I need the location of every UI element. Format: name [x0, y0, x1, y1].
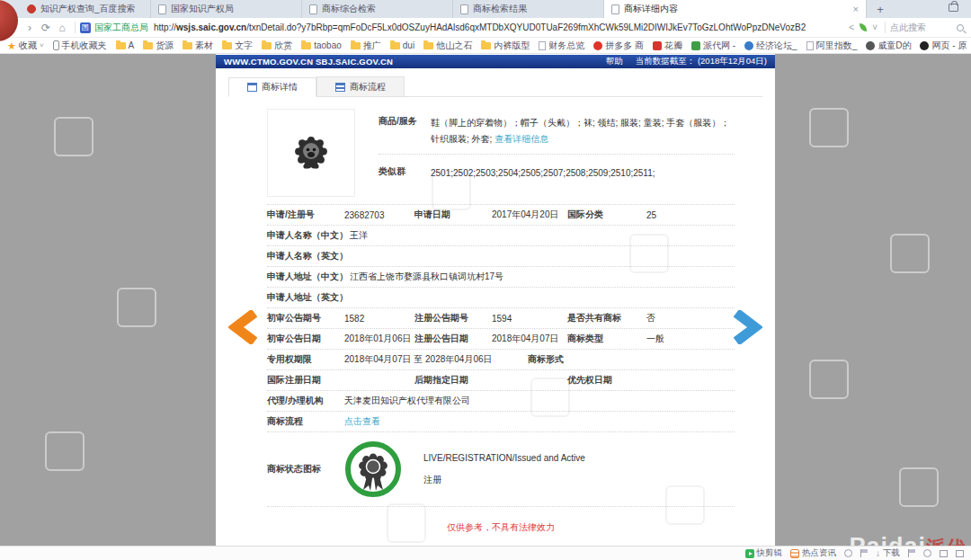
report-icon[interactable] — [908, 549, 915, 557]
status-line-en: LIVE/REGISTRATION/Issued and Active — [423, 453, 585, 463]
tab-trademark-detail-active[interactable]: 商标详细内容 × — [604, 0, 867, 18]
watermark-seal — [890, 234, 930, 273]
field-label: 申请人地址（英文） — [267, 291, 350, 304]
url-protocol: http:// — [154, 22, 176, 32]
table-row: 申请/注册号23682703 申请日期2017年04月20日 国际分类25 — [267, 205, 735, 226]
tab-trademark-details[interactable]: 商标详情 — [228, 77, 316, 97]
trademark-detail-page: WWW.CTMO.GOV.CN SBJ.SAIC.GOV.CN 帮助 当前数据截… — [216, 54, 775, 546]
field-value: 天津麦田知识产权代理有限公司 — [344, 395, 735, 407]
hot-news-tool[interactable]: 热点资讯 — [790, 547, 836, 559]
table-row: 国际注册日期 后期指定日期 优先权日期 — [267, 370, 735, 391]
url-field[interactable]: http://wsjs.saic.gov.cn/txnDetail.do?y7b… — [154, 22, 846, 32]
folder-icon — [481, 42, 491, 49]
forward-button[interactable]: › — [22, 22, 38, 34]
bookmark-folder-tuiguang[interactable]: 推广 — [351, 40, 381, 52]
field-value: 2018年04月07日 — [492, 333, 567, 345]
trademark-status-row: 商标状态图标 LIVE/R — [267, 432, 735, 507]
bookmark-weitong[interactable]: 威童D的 — [866, 40, 911, 52]
detail-content: 商品/服务 鞋（脚上的穿着物）；帽子（头戴）；袜; 领结; 服装; 童装; 手套… — [216, 97, 735, 534]
tab-baidu-search[interactable]: 知识产权查询_百度搜索 — [0, 0, 151, 18]
watermark-seal — [809, 108, 849, 147]
bookmark-paidai[interactable]: 派代网 - — [691, 40, 735, 52]
bookmark-jingjiluntan[interactable]: 经济论坛_ — [744, 40, 797, 52]
search-icon[interactable] — [957, 24, 964, 31]
bookmark-wangye[interactable]: 网页 - 原 — [920, 40, 967, 52]
folder-icon — [143, 42, 153, 49]
folder-icon — [390, 42, 400, 49]
download-tool[interactable]: ↓下载 — [876, 547, 900, 559]
web-icon — [920, 41, 929, 50]
tab-bar: 知识产权查询_百度搜索 国家知识产权局 商标综合检索 商标检索结果 商标详细内容… — [0, 0, 971, 18]
bookmark-folder-sucai[interactable]: 素材 — [183, 40, 213, 52]
bookmark-label: 素材 — [195, 40, 213, 52]
bookmark-huaban[interactable]: 花瓣 — [653, 40, 682, 52]
field-value: 1582 — [344, 314, 414, 324]
bookmark-label: 内裤版型 — [494, 40, 530, 52]
view-details-link[interactable]: 查看详细信息 — [494, 134, 548, 144]
chevron-down-icon[interactable]: ˅ — [872, 22, 877, 32]
history-icon[interactable] — [844, 549, 852, 557]
star-icon: ★ — [7, 41, 16, 50]
address-bar: ‹ › ⟳ ⌂ 国 国家工商总局 http://wsjs.saic.gov.cn… — [0, 18, 971, 38]
bookmark-mobile-folder[interactable]: 手机收藏夹 — [53, 40, 107, 52]
bookmark-favorites[interactable]: ★收藏˅ — [7, 40, 44, 52]
paidai-icon — [691, 41, 700, 50]
home-button[interactable]: ⌂ — [54, 22, 70, 34]
bookmark-folder-wenzi[interactable]: 文字 — [222, 40, 253, 52]
tab-label: 商标详细内容 — [624, 3, 678, 15]
field-label: 初审公告期号 — [267, 312, 344, 324]
field-label: 专用权期限 — [267, 353, 344, 366]
bookmark-folder-a[interactable]: A — [116, 40, 135, 50]
folder-icon — [222, 42, 232, 49]
bookmark-label: 派代网 - — [703, 40, 735, 52]
bookmark-folder-huoyuan[interactable]: 货源 — [143, 40, 174, 52]
tab-label: 商标检索结果 — [473, 3, 527, 15]
search-input[interactable] — [890, 22, 957, 32]
bookmark-alizhishu[interactable]: 阿里指数_ — [806, 40, 858, 52]
quick-clip-tool[interactable]: 快剪辑 — [745, 547, 783, 559]
reload-button[interactable]: ⟳ — [38, 22, 54, 34]
tab-trademark-process[interactable]: 商标流程 — [316, 76, 405, 96]
tab-list-icon[interactable] — [949, 4, 958, 12]
bookmark-pinduoduo[interactable]: 拼多多 商 — [593, 40, 644, 52]
mute-icon[interactable] — [923, 549, 931, 557]
forum-icon — [744, 41, 753, 50]
field-value: 2017年04月20日 — [492, 209, 567, 221]
window-icon[interactable] — [940, 550, 948, 557]
bookmark-folder-taobao[interactable]: taobao — [301, 40, 342, 50]
live-registration-badge-icon — [344, 440, 402, 498]
bookmark-folder-dui[interactable]: dui — [390, 40, 414, 50]
bookmark-folder-tashanzhishi[interactable]: 他山之石 — [423, 40, 472, 52]
bookmark-label: 收藏 — [19, 40, 37, 52]
table-row: 初审公告日期2018年01月06日 注册公告日期2018年04月07日 商标类型… — [267, 329, 735, 350]
sidebar-icon[interactable] — [956, 550, 964, 557]
bookmark-label: 拼多多 商 — [605, 40, 644, 52]
news-icon — [790, 549, 799, 558]
similar-group-value: 2501;2502;2503;2504;2505;2507;2508;2509;… — [431, 165, 735, 182]
close-tab-icon[interactable]: × — [853, 4, 859, 14]
tab-cnipa[interactable]: 国家知识产权局 — [151, 0, 302, 18]
goods-services-row: 商品/服务 鞋（脚上的穿着物）；帽子（头戴）；袜; 领结; 服装; 童装; 手套… — [379, 109, 735, 155]
tab-search-results[interactable]: 商标检索结果 — [453, 0, 604, 18]
field-value: 2018年04月07日 至 2028年04月06日 — [344, 353, 528, 366]
previous-page-arrow[interactable] — [228, 310, 257, 344]
bookmark-folder-neikubanxing[interactable]: 内裤版型 — [481, 40, 530, 52]
site-verified-name[interactable]: 国家工商总局 — [94, 22, 148, 34]
click-to-view-link[interactable]: 点击查看 — [344, 415, 735, 428]
bookmark-folder-xinshang[interactable]: 欣赏 — [262, 40, 292, 52]
new-tab-button[interactable]: + — [867, 0, 894, 18]
divider — [75, 22, 76, 33]
extension-leaf-icon[interactable] — [860, 23, 867, 31]
next-page-arrow[interactable] — [734, 310, 762, 344]
page-icon — [309, 4, 317, 14]
url-host: wsjs.saic.gov.cn — [176, 22, 246, 32]
flag-icon[interactable] — [860, 549, 868, 557]
bookmark-caiwuzonglan[interactable]: 财务总览 — [539, 40, 584, 52]
pinduoduo-icon — [593, 41, 602, 50]
browser-window: 知识产权查询_百度搜索 国家知识产权局 商标综合检索 商标检索结果 商标详细内容… — [0, 0, 971, 560]
tab-label: 国家知识产权局 — [171, 3, 234, 15]
share-icon[interactable]: < — [849, 22, 854, 32]
help-link[interactable]: 帮助 — [606, 56, 623, 67]
bookmark-label: 经济论坛_ — [756, 40, 797, 52]
tab-trademark-search[interactable]: 商标综合检索 — [302, 0, 453, 18]
